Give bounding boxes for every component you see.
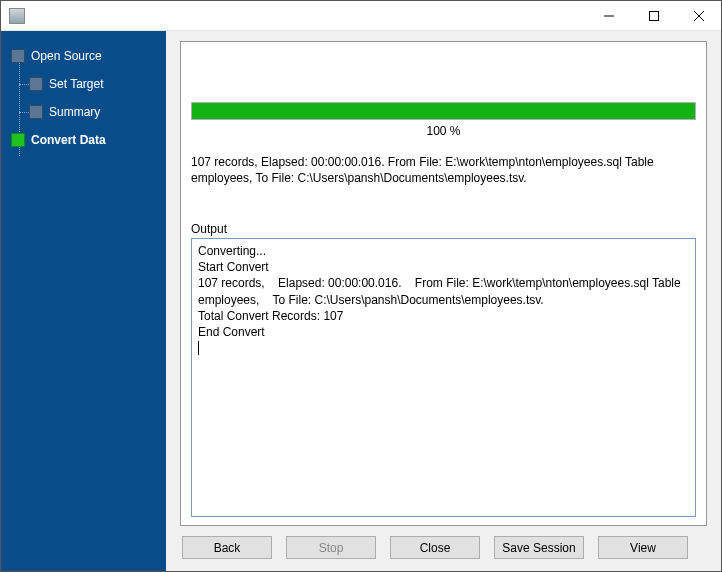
nav-item-open-source[interactable]: Open Source (1, 45, 166, 67)
minimize-icon (604, 11, 614, 21)
progress-fill (192, 103, 695, 119)
close-button[interactable]: Close (390, 536, 480, 559)
step-box-icon (11, 133, 25, 147)
progress-percent: 100 % (191, 124, 696, 138)
progress-section: 100 % (191, 102, 696, 138)
nav-item-convert-data[interactable]: Convert Data (1, 129, 166, 151)
nav-label: Summary (49, 105, 100, 119)
nav-label: Set Target (49, 77, 103, 91)
nav-item-set-target[interactable]: Set Target (1, 73, 166, 95)
step-box-icon (29, 105, 43, 119)
back-button[interactable]: Back (182, 536, 272, 559)
output-label: Output (191, 222, 696, 236)
button-row: Back Stop Close Save Session View (180, 526, 707, 561)
output-textbox[interactable]: Converting... Start Convert 107 records,… (191, 238, 696, 517)
nav-item-summary[interactable]: Summary (1, 101, 166, 123)
svg-rect-1 (649, 11, 658, 20)
nav-label: Convert Data (31, 133, 106, 147)
wizard-sidebar: Open Source Set Target Summary Convert D… (1, 31, 166, 571)
maximize-icon (649, 11, 659, 21)
main-panel: 100 % 107 records, Elapsed: 00:00:00.016… (166, 31, 721, 571)
step-box-icon (11, 49, 25, 63)
status-text: 107 records, Elapsed: 00:00:00.016. From… (191, 154, 696, 194)
view-button[interactable]: View (598, 536, 688, 559)
progress-bar (191, 102, 696, 120)
content-panel: 100 % 107 records, Elapsed: 00:00:00.016… (180, 41, 707, 526)
minimize-button[interactable] (586, 1, 631, 30)
save-session-button[interactable]: Save Session (494, 536, 584, 559)
app-icon (9, 8, 25, 24)
nav-label: Open Source (31, 49, 102, 63)
titlebar (1, 1, 721, 31)
stop-button[interactable]: Stop (286, 536, 376, 559)
maximize-button[interactable] (631, 1, 676, 30)
close-icon (694, 11, 704, 21)
step-box-icon (29, 77, 43, 91)
window-close-button[interactable] (676, 1, 721, 30)
